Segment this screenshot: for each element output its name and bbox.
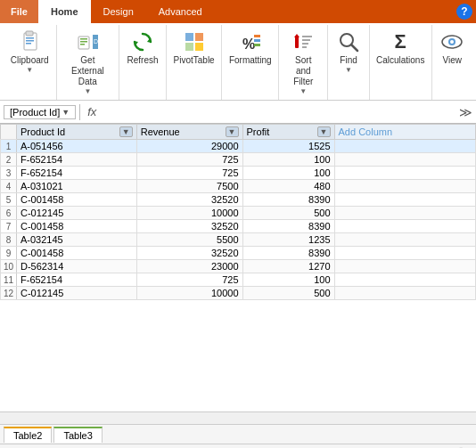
find-button[interactable]: Find ▼ <box>332 27 365 77</box>
tab-advanced[interactable]: Advanced <box>146 0 215 23</box>
table-row[interactable]: 4 A-031021 7500 480 <box>1 180 476 193</box>
view-button[interactable]: View <box>435 27 469 69</box>
svg-rect-14 <box>195 33 203 41</box>
sheet-tab-table2[interactable]: Table2 <box>4 427 52 443</box>
profit-cell[interactable]: 8390 <box>242 193 334 207</box>
product-id-cell[interactable]: C-012145 <box>17 287 137 300</box>
table-row[interactable]: 2 F-652154 725 100 <box>1 153 476 167</box>
revenue-cell[interactable]: 10000 <box>136 287 242 300</box>
sheet-tab-table3[interactable]: Table3 <box>53 427 102 443</box>
product-id-header[interactable]: Product Id ▼ <box>17 125 137 140</box>
svg-rect-13 <box>185 33 193 41</box>
revenue-filter[interactable]: ▼ <box>226 126 239 137</box>
product-id-cell[interactable]: C-001458 <box>17 220 137 233</box>
product-id-cell[interactable]: F-652154 <box>17 153 137 167</box>
add-col-cell <box>334 140 475 153</box>
profit-cell[interactable]: 8390 <box>242 247 334 260</box>
clipboard-button[interactable]: Clipboard ▼ <box>6 27 53 77</box>
ext-data-button[interactable]: DB Get External Data ▼ <box>62 27 114 98</box>
cell-reference[interactable]: [Product Id] ▼ <box>4 105 76 119</box>
product-id-cell[interactable]: F-652154 <box>17 167 137 180</box>
profit-cell[interactable]: 100 <box>242 153 334 167</box>
revenue-cell[interactable]: 29000 <box>136 140 242 153</box>
ribbon-group-find: Find ▼ <box>328 25 369 100</box>
add-column-header[interactable]: Add Column <box>334 125 475 140</box>
revenue-cell[interactable]: 23000 <box>136 260 242 273</box>
profit-cell[interactable]: 480 <box>242 180 334 193</box>
tab-file[interactable]: File <box>0 0 38 23</box>
sort-filter-button[interactable]: Sort and Filter ▼ <box>284 27 322 98</box>
product-id-filter[interactable]: ▼ <box>119 126 133 137</box>
table-row[interactable]: 12 C-012145 10000 500 <box>1 287 476 300</box>
revenue-cell[interactable]: 5500 <box>136 233 242 247</box>
profit-cell[interactable]: 100 <box>242 167 334 180</box>
formula-bar: [Product Id] ▼ fx ≫ <box>0 101 476 124</box>
product-id-cell[interactable]: F-652154 <box>17 273 137 287</box>
formula-expand-button[interactable]: ≫ <box>459 105 472 119</box>
table-row[interactable]: 7 C-001458 32520 8390 <box>1 220 476 233</box>
table-row[interactable]: 5 C-001458 32520 8390 <box>1 193 476 207</box>
horizontal-scrollbar[interactable] <box>0 411 476 424</box>
tab-home[interactable]: Home <box>38 0 91 23</box>
svg-rect-19 <box>254 39 260 42</box>
revenue-cell[interactable]: 725 <box>136 273 242 287</box>
product-id-cell[interactable]: A-032145 <box>17 233 137 247</box>
table-row[interactable]: 3 F-652154 725 100 <box>1 167 476 180</box>
find-icon <box>336 29 361 54</box>
table-row[interactable]: 10 D-562314 23000 1270 <box>1 260 476 273</box>
profit-cell[interactable]: 1235 <box>242 233 334 247</box>
svg-marker-22 <box>294 34 300 37</box>
table-row[interactable]: 6 C-012145 10000 500 <box>1 207 476 220</box>
ribbon-group-view: View <box>432 25 472 100</box>
revenue-cell[interactable]: 32520 <box>136 193 242 207</box>
profit-filter[interactable]: ▼ <box>317 126 331 137</box>
help-button[interactable]: ? <box>456 4 472 20</box>
ribbon-group-calc: Σ Calculations <box>370 25 432 100</box>
add-column-label: Add Column <box>339 126 393 137</box>
ribbon: Clipboard ▼ DB <box>0 23 476 101</box>
profit-cell[interactable]: 1525 <box>242 140 334 153</box>
svg-rect-1 <box>26 31 33 36</box>
profit-cell[interactable]: 8390 <box>242 220 334 233</box>
revenue-cell[interactable]: 10000 <box>136 207 242 220</box>
product-id-cell[interactable]: C-001458 <box>17 193 137 207</box>
table-row[interactable]: 1 A-051456 29000 1525 <box>1 140 476 153</box>
product-id-cell[interactable]: C-001458 <box>17 247 137 260</box>
revenue-cell[interactable]: 725 <box>136 167 242 180</box>
revenue-cell[interactable]: 725 <box>136 153 242 167</box>
calc-button[interactable]: Σ Calculations <box>372 27 429 69</box>
table-row[interactable]: 8 A-032145 5500 1235 <box>1 233 476 247</box>
ext-data-label: Get External Data <box>67 55 110 87</box>
calc-label: Calculations <box>376 55 424 66</box>
profit-cell[interactable]: 500 <box>242 207 334 220</box>
formatting-button[interactable]: % Formatting <box>225 27 276 69</box>
table-row[interactable]: 9 C-001458 32520 8390 <box>1 247 476 260</box>
refresh-button[interactable]: Refresh <box>123 27 163 69</box>
revenue-cell[interactable]: 32520 <box>136 220 242 233</box>
cell-ref-dropdown[interactable]: ▼ <box>62 108 70 117</box>
ribbon-tabs: File Home Design Advanced ? <box>0 0 476 23</box>
profit-cell[interactable]: 1270 <box>242 260 334 273</box>
fx-symbol: fx <box>84 105 100 118</box>
table-row[interactable]: 11 F-652154 725 100 <box>1 273 476 287</box>
revenue-header[interactable]: Revenue ▼ <box>136 125 242 140</box>
pivot-button[interactable]: PivotTable <box>169 27 219 69</box>
revenue-cell[interactable]: 32520 <box>136 247 242 260</box>
refresh-icon <box>130 29 155 54</box>
row-number: 10 <box>1 260 17 273</box>
row-number: 3 <box>1 167 17 180</box>
profit-cell[interactable]: 100 <box>242 273 334 287</box>
product-id-cell[interactable]: A-031021 <box>17 180 137 193</box>
tab-design[interactable]: Design <box>91 0 146 23</box>
product-id-cell[interactable]: A-051456 <box>17 140 137 153</box>
profit-cell[interactable]: 500 <box>242 287 334 300</box>
product-id-cell[interactable]: D-562314 <box>17 260 137 273</box>
view-icon <box>439 29 464 54</box>
revenue-cell[interactable]: 7500 <box>136 180 242 193</box>
svg-rect-21 <box>295 36 299 48</box>
add-col-cell <box>334 193 475 207</box>
formula-input[interactable] <box>103 107 455 118</box>
product-id-cell[interactable]: C-012145 <box>17 207 137 220</box>
calc-icon: Σ <box>388 29 413 54</box>
profit-header[interactable]: Profit ▼ <box>242 125 334 140</box>
